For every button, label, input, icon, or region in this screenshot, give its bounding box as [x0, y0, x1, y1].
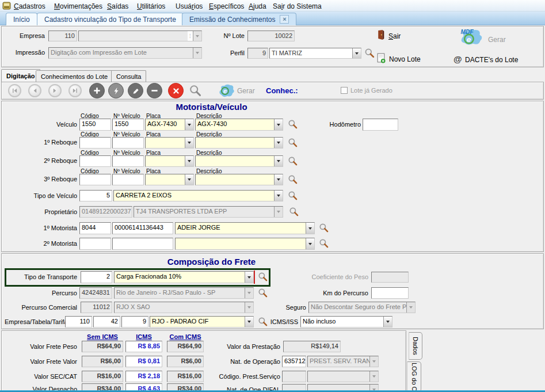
frete-peso-icms-field[interactable]: R$ 8,85 — [125, 341, 162, 352]
frete-peso-sem-icms-field[interactable]: R$64,90 — [82, 341, 123, 352]
search-icon[interactable] — [364, 48, 375, 59]
novo-lote-button[interactable]: Novo Lote — [389, 55, 421, 63]
tab-cadastro-vinculacao-tipo-transporte[interactable]: Cadastro vinculação do Tipo de Transport… — [37, 13, 184, 25]
tarifa-desc-combo[interactable]: RJO - PADRAO CIF — [150, 316, 254, 328]
subtab-conhecimentos-do-lote[interactable]: Conhecimentos do Lote — [36, 70, 113, 82]
prev-record-icon[interactable] — [28, 84, 41, 97]
side-tab-log[interactable]: LOG do C — [407, 361, 421, 392]
km-percurso-field[interactable] — [371, 287, 409, 299]
dacte-do-lote-button[interactable]: DACTE's do Lote — [465, 56, 518, 64]
veiculo-placa-combo[interactable]: AGX-7430 — [145, 119, 194, 131]
percurso-combo[interactable]: Rio de Janeiro - RJ/Sao Paulo - SP — [114, 287, 254, 299]
menu-ajuda[interactable]: Ajuda — [249, 1, 266, 12]
menu-especificos[interactable]: Específicos — [209, 1, 244, 12]
seguro-combo[interactable]: Não Descontar Seguro do Frete P — [308, 302, 416, 313]
search-icon[interactable] — [288, 156, 298, 166]
search-icon[interactable] — [258, 317, 268, 327]
valor-prestacao-field[interactable]: R$149,14 — [283, 341, 341, 352]
reboque3-placa-combo[interactable] — [145, 174, 194, 185]
perfil-code-field[interactable]: 9 — [247, 48, 268, 59]
tarifa-tabela-field[interactable]: 42 — [93, 316, 120, 328]
impressao-combo[interactable]: Digitação com Impressão em Lote — [48, 47, 202, 59]
cancel-icon[interactable] — [168, 83, 184, 98]
search-icon[interactable] — [319, 223, 329, 233]
reboque2-nveiculo-field[interactable] — [112, 155, 144, 167]
motorista1-code-field[interactable]: 8044 — [79, 222, 111, 234]
frete-peso-com-icms-field[interactable]: R$64,90 — [167, 341, 204, 352]
hodometro-field[interactable] — [363, 119, 398, 131]
edit-pencil-icon[interactable] — [128, 83, 143, 98]
menu-usuarios[interactable]: Usuários — [176, 1, 203, 12]
reboque2-codigo-field[interactable] — [79, 155, 111, 167]
tab-emissao-de-conhecimentos[interactable]: Emissão de Conhecimentos× — [182, 13, 296, 25]
veiculo-codigo-field[interactable]: 1550 — [79, 119, 111, 131]
reboque2-placa-combo[interactable] — [145, 155, 194, 167]
icms-iss-combo[interactable]: Não incluso — [300, 316, 392, 328]
search-icon[interactable] — [288, 138, 298, 148]
frete-valor-icms-field[interactable]: R$ 0,81 — [125, 356, 162, 367]
perfil-combo[interactable]: TI MATRIZ — [269, 48, 361, 59]
coeficiente-peso-field[interactable] — [371, 272, 409, 283]
nat-operacao-combo[interactable]: PREST. SERV. TRANS — [307, 356, 379, 367]
frete-valor-sem-icms-field[interactable]: R$6,00 — [82, 356, 123, 367]
tarifa-tarifa-field[interactable]: 9 — [121, 316, 148, 328]
sec-cat-sem-icms-field[interactable]: R$16,00 — [82, 371, 123, 382]
tipo-transporte-code-field[interactable]: 2 — [81, 271, 112, 283]
menu-saidas[interactable]: Saídas — [107, 1, 128, 12]
first-record-icon[interactable] — [8, 84, 21, 97]
mdfe-gerar-button[interactable]: Gerar — [488, 36, 506, 44]
sair-button[interactable]: Sair — [388, 32, 401, 40]
reboque1-placa-combo[interactable] — [145, 137, 194, 149]
empresa-code-field[interactable]: 110 — [48, 31, 77, 41]
reboque1-descricao-combo[interactable] — [195, 137, 283, 149]
n-lote-field[interactable]: 10022 — [247, 31, 295, 41]
side-tab-dados[interactable]: Dados — [409, 332, 422, 360]
subtab-digitacao[interactable]: Digitação — [1, 69, 40, 82]
motorista2-nome-combo[interactable] — [175, 238, 315, 250]
reboque3-codigo-field[interactable] — [79, 174, 111, 185]
lote-ja-gerado-checkbox[interactable] — [341, 87, 348, 94]
tab-inicio[interactable]: Início — [6, 13, 37, 25]
reboque3-descricao-combo[interactable] — [195, 174, 283, 185]
veiculo-descricao-combo[interactable]: AGX-7430 — [195, 119, 283, 131]
menu-utilitarios[interactable]: Utilitários — [137, 1, 165, 12]
close-tab-icon[interactable]: × — [280, 15, 289, 24]
search-icon[interactable] — [288, 191, 298, 201]
search-icon[interactable] — [289, 207, 299, 217]
gerar-button-label[interactable]: Gerar — [237, 87, 255, 95]
search-icon[interactable] — [288, 174, 298, 185]
menu-movimentacoes[interactable]: Movimentações — [54, 1, 102, 12]
reboque2-descricao-combo[interactable] — [195, 155, 283, 167]
tipo-transporte-combo[interactable]: Carga Fracionada 10% — [114, 271, 254, 283]
reboque1-nveiculo-field[interactable] — [112, 137, 144, 149]
percurso-code-field[interactable]: 42424831 — [79, 287, 112, 299]
tipo-veiculo-code-field[interactable]: 5 — [79, 190, 112, 201]
percurso-comercial-code-field[interactable]: 11012 — [81, 302, 112, 313]
mdfe-logo-icon[interactable]: MDFe — [458, 28, 484, 47]
search-icon[interactable] — [319, 238, 329, 249]
motorista2-doc-field[interactable] — [112, 238, 173, 250]
codigo-prest-combo[interactable] — [307, 371, 379, 382]
proprietario-code-field[interactable]: 01489122000237 — [79, 206, 132, 218]
percurso-comercial-combo[interactable]: RJO X SAO — [114, 302, 254, 313]
search-icon[interactable] — [258, 272, 268, 282]
add-record-icon[interactable] — [89, 83, 105, 98]
next-record-icon[interactable] — [48, 84, 62, 97]
reboque3-nveiculo-field[interactable] — [112, 174, 144, 185]
empresa-desc-combo[interactable]: ⋮ — [78, 31, 202, 41]
frete-valor-com-icms-field[interactable]: R$6,00 — [167, 356, 204, 367]
last-record-icon[interactable] — [68, 84, 82, 97]
sec-cat-com-icms-field[interactable]: R$16,00 — [167, 371, 204, 382]
motorista1-doc-field[interactable]: 00006141136443 — [112, 222, 173, 234]
search-icon[interactable] — [288, 119, 298, 130]
reboque1-codigo-field[interactable] — [79, 137, 111, 149]
sec-cat-icms-field[interactable]: R$ 2,18 — [125, 371, 162, 382]
motorista1-nome-combo[interactable]: ADEIR JORGE — [175, 222, 315, 234]
tarifa-empresa-field[interactable]: 110 — [65, 316, 92, 328]
nat-operacao-code-field[interactable]: 635712 — [282, 356, 306, 367]
lightning-icon[interactable] — [108, 83, 124, 98]
menu-sair-do-sistema[interactable]: Sair do Sistema — [273, 1, 322, 12]
search-icon[interactable] — [258, 288, 268, 298]
tipo-veiculo-combo[interactable]: CARRETA 2 EIXOS — [113, 190, 283, 201]
motorista2-code-field[interactable] — [79, 238, 111, 250]
